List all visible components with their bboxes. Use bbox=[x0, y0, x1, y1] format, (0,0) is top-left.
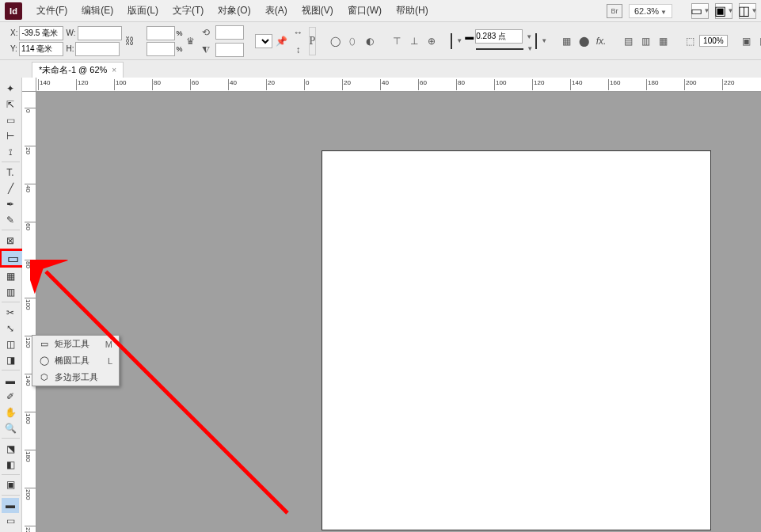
ruler-origin[interactable] bbox=[22, 78, 36, 92]
flyout-shortcut: L bbox=[98, 356, 112, 366]
h-input[interactable] bbox=[75, 42, 120, 56]
effects-button[interactable]: ▦ bbox=[558, 33, 574, 49]
w-label: W: bbox=[66, 28, 75, 37]
bridge-button[interactable]: Br bbox=[607, 4, 622, 18]
arrange-button[interactable]: ◫▼ bbox=[739, 3, 756, 19]
selection-tool[interactable]: ✦ bbox=[2, 81, 19, 96]
document-tab[interactable]: *未命名-1 @ 62% × bbox=[32, 62, 124, 78]
stroke-weight-input[interactable] bbox=[475, 29, 523, 44]
scissors-tool[interactable]: ✂ bbox=[2, 305, 19, 320]
y-label: Y: bbox=[10, 44, 17, 53]
view-options-button[interactable]: ▣▼ bbox=[715, 3, 732, 19]
center-content-button[interactable]: ◫ bbox=[756, 33, 761, 49]
scale-x-input[interactable] bbox=[146, 26, 175, 40]
menu-table[interactable]: 表(A) bbox=[259, 1, 294, 21]
menu-file[interactable]: 文件(F) bbox=[30, 1, 74, 21]
transform-menu[interactable]: P bbox=[309, 27, 317, 55]
zoom-level-display[interactable]: 62.3%▼ bbox=[629, 4, 672, 18]
apply-color-button[interactable]: ▣ bbox=[2, 477, 19, 492]
menu-text[interactable]: 文字(T) bbox=[166, 1, 210, 21]
x-input[interactable] bbox=[19, 26, 63, 40]
app-logo: Id bbox=[5, 2, 22, 20]
fill-none-swatch[interactable] bbox=[451, 33, 452, 49]
corners-button[interactable]: ⬚ bbox=[682, 33, 698, 49]
horizontal-grid-tool[interactable]: ▦ bbox=[2, 268, 19, 283]
columns-icon: ◫ bbox=[738, 3, 750, 18]
fill-stroke-swap[interactable]: ⬔ bbox=[2, 441, 19, 456]
flyout-ellipse[interactable]: ◯ 椭圆工具 L bbox=[32, 352, 119, 369]
shear-icon: ⧨ bbox=[198, 42, 214, 58]
normal-view-mode[interactable]: ▬ bbox=[2, 498, 19, 513]
w-input[interactable] bbox=[78, 26, 122, 40]
menu-layout[interactable]: 版面(L) bbox=[121, 1, 165, 21]
h-label: H: bbox=[66, 44, 74, 53]
flyout-label: 矩形工具 bbox=[55, 338, 89, 350]
vertical-ruler[interactable]: 020406080100120140160180200220 bbox=[22, 92, 36, 532]
gap-tool[interactable]: ⊢ bbox=[2, 128, 19, 143]
gradient-feather-tool[interactable]: ◨ bbox=[2, 352, 19, 367]
stroke-black-swatch[interactable] bbox=[535, 33, 537, 49]
object-style-select[interactable] bbox=[255, 34, 272, 48]
content-collector-tool[interactable]: ⟟ bbox=[2, 144, 19, 159]
direct-selection-tool[interactable]: ⇱ bbox=[2, 97, 19, 112]
scale-y-input[interactable] bbox=[146, 42, 175, 56]
menu-help[interactable]: 帮助(H) bbox=[390, 1, 435, 21]
vertical-grid-tool[interactable]: ▥ bbox=[2, 284, 19, 299]
type-tool[interactable]: T. bbox=[2, 165, 19, 180]
flyout-label: 椭圆工具 bbox=[55, 355, 89, 367]
line-tool[interactable]: ╱ bbox=[2, 180, 19, 196]
rectangle-icon: ▭ bbox=[7, 251, 19, 266]
fx-button[interactable]: fx. bbox=[593, 33, 609, 49]
close-tab-button[interactable]: × bbox=[112, 66, 116, 74]
link-dimensions-button[interactable]: ⛓ bbox=[124, 33, 135, 49]
flyout-polygon[interactable]: ⬡ 多边形工具 bbox=[32, 369, 119, 386]
menu-view[interactable]: 视图(V) bbox=[295, 1, 340, 21]
select-prev-button[interactable]: ◐ bbox=[362, 33, 378, 49]
shear-input[interactable] bbox=[215, 43, 244, 57]
tool-panel: ✦ ⇱ ▭ ⊢ ⟟ T. ╱ ✒ ✎ ⊠ ▭ ▦ ▥ ✂ ⤡ ◫ ◨ ▬ ✐ ✋… bbox=[0, 78, 22, 532]
zoom-tool[interactable]: 🔍 bbox=[2, 420, 19, 435]
eyedropper-tool[interactable]: ✐ bbox=[2, 389, 19, 404]
flip-h-button[interactable]: ↔ bbox=[291, 25, 306, 40]
flyout-rectangle[interactable]: ▭ 矩形工具 M bbox=[32, 336, 119, 352]
free-transform-tool[interactable]: ⤡ bbox=[2, 321, 19, 336]
horizontal-ruler[interactable]: 1401201008060402002040608010012014016018… bbox=[36, 78, 761, 92]
pencil-tool[interactable]: ✎ bbox=[2, 212, 19, 227]
frame-icon: ▣ bbox=[714, 3, 726, 18]
drop-shadow-button[interactable]: ⬤ bbox=[576, 33, 592, 49]
text-wrap-shape[interactable]: ▦ bbox=[655, 33, 671, 49]
screen-icon: ▭ bbox=[691, 3, 702, 18]
menu-object[interactable]: 对象(O) bbox=[211, 1, 257, 21]
selection-tool-icon[interactable]: ♛ bbox=[185, 33, 196, 49]
rotate-input[interactable] bbox=[215, 25, 244, 40]
select-container-button[interactable]: ⬯ bbox=[344, 33, 360, 49]
align-bottom-button[interactable]: ⊥ bbox=[406, 33, 422, 49]
default-fill-stroke[interactable]: ◧ bbox=[2, 457, 19, 472]
svg-line-1 bbox=[46, 272, 287, 513]
text-wrap-none[interactable]: ▤ bbox=[620, 33, 636, 49]
y-input[interactable] bbox=[19, 42, 63, 56]
rectangle-icon: ▭ bbox=[39, 339, 50, 350]
preview-mode[interactable]: ▭ bbox=[2, 514, 19, 529]
hand-tool[interactable]: ✋ bbox=[2, 405, 19, 420]
align-center-button[interactable]: ⊕ bbox=[424, 33, 439, 49]
canvas-area[interactable]: 1401201008060402002040608010012014016018… bbox=[22, 78, 761, 532]
rectangle-frame-tool[interactable]: ⊠ bbox=[2, 233, 19, 248]
fit-content-button[interactable]: ▣ bbox=[739, 33, 755, 49]
gradient-swatch-tool[interactable]: ◫ bbox=[2, 336, 19, 352]
menu-window[interactable]: 窗口(W) bbox=[341, 1, 388, 21]
select-content-button[interactable]: ◯ bbox=[327, 33, 343, 49]
rotate-icon: ⟲ bbox=[198, 25, 214, 40]
note-tool[interactable]: ▬ bbox=[2, 373, 19, 388]
stroke-icon: ▬ bbox=[465, 32, 474, 41]
page-tool[interactable]: ▭ bbox=[2, 112, 19, 127]
pin-icon[interactable]: 📌 bbox=[275, 33, 288, 49]
menu-edit[interactable]: 编辑(E) bbox=[75, 1, 120, 21]
pen-tool[interactable]: ✒ bbox=[2, 196, 19, 211]
text-wrap-bbox[interactable]: ▥ bbox=[637, 33, 653, 49]
screen-mode-button[interactable]: ▭▼ bbox=[691, 3, 709, 19]
opacity-display[interactable]: 100% bbox=[699, 35, 728, 47]
flyout-label: 多边形工具 bbox=[55, 371, 98, 383]
align-top-button[interactable]: ⊤ bbox=[389, 33, 405, 49]
flip-v-button[interactable]: ↕ bbox=[291, 42, 306, 58]
